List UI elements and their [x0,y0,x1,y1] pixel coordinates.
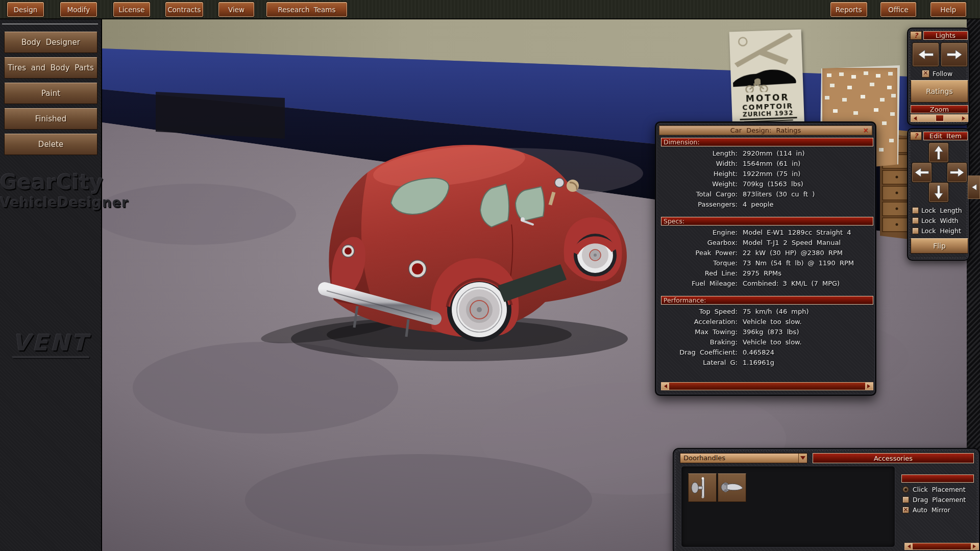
scroll-left-arrow[interactable] [662,383,669,390]
corkboard-notes [827,73,831,77]
spec-row: Weight:709kg (1563 lbs) [661,179,873,189]
menu-button-license[interactable]: License [113,2,150,17]
row-label: Top Speed: [661,308,738,315]
row-value: 2920mm (114 in) [743,149,804,157]
lights-help-button[interactable]: ? [910,31,922,40]
arrow-right-icon [948,167,966,178]
doorhandle-item-2[interactable] [718,473,746,502]
sidebar-button-paint[interactable]: Paint [4,83,97,104]
auto-mirror-checkbox[interactable] [902,507,909,513]
follow-checkbox[interactable] [922,70,929,78]
right-triangle-icon [867,384,872,388]
follow-label: Follow [933,70,952,78]
move-left-button[interactable] [912,163,932,182]
sidebar-button-finished[interactable]: Finished [4,108,97,130]
scroll-right-arrow[interactable] [866,383,873,390]
dialog-title: Car Design: Ratings [730,127,801,134]
row-value: 1922mm (75 in) [743,170,800,178]
car-silhouette [732,69,796,87]
scroll-left-arrow[interactable] [905,543,912,549]
dropdown-selected-value: Doorhandles [680,454,798,463]
lights-panel-title: Lights [923,31,968,40]
doorhandle-item-1[interactable] [688,473,717,502]
menu-button-contracts[interactable]: Contracts [165,2,203,17]
dialog-scrollbar[interactable] [661,382,873,390]
lights-panel: ? Lights Follow Ratings Zoom [907,28,970,126]
spec-row: Red Line:2975 RPMs [661,268,873,278]
zoom-in-arrow[interactable] [961,115,968,121]
left-sidebar: Body Designer Tires and Body Parts Paint… [0,19,102,551]
vent-underline [13,357,89,358]
edit-item-panel: ? Edit Item Lock Length Lock Width Lock … [907,128,970,261]
top-menu-bar: Design Modify License Contracts View Res… [0,0,980,19]
row-label: Drag Coefficient: [661,348,738,356]
zoom-out-arrow[interactable] [911,115,918,121]
zoom-slider-handle[interactable] [936,115,944,121]
vehicle-designer-logo: VehicleDesigner [0,195,102,210]
panel-collapse-tab[interactable] [968,176,980,199]
sidebar-button-body-designer[interactable]: Body Designer [4,32,97,53]
right-triangle-icon [962,116,967,120]
edit-item-help-button[interactable]: ? [910,132,922,140]
lock-width-checkbox[interactable] [912,217,919,224]
row-value: 73 Nm (54 ft lb) @ 1190 RPM [743,259,854,267]
row-label: Torque: [661,259,738,267]
chevron-down-icon[interactable] [798,454,807,463]
click-placement-radio[interactable] [902,486,909,493]
spec-row: Acceleration:Vehicle too slow. [661,316,873,327]
drag-placement-checkbox[interactable] [902,496,909,503]
category-dropdown[interactable]: Doorhandles [680,453,807,463]
placement-header-bar [901,474,974,483]
placement-options: Click Placement Drag Placement Auto Mirr… [898,466,979,540]
row-value: Model E-W1 1289cc Straight 4 [743,229,851,236]
menu-button-reports[interactable]: Reports [830,2,867,17]
row-label: Max Towing: [661,328,738,336]
spec-row: Passengers:4 people [661,199,873,209]
row-value: 75 km/h (46 mph) [743,308,809,315]
move-up-button[interactable] [929,143,948,162]
zoom-slider-track[interactable] [918,115,961,121]
flip-button[interactable]: Flip [911,238,968,254]
dimension-rows: Length:2920mm (114 in) Width:1564mm (61 … [661,148,873,209]
zoom-slider[interactable] [911,114,968,122]
accessories-header: Accessories [813,453,974,463]
move-down-button[interactable] [929,183,948,202]
arrow-left-icon [916,49,936,60]
scroll-right-arrow[interactable] [971,543,978,549]
menu-button-help[interactable]: Help [930,2,966,17]
row-value: 2975 RPMs [743,269,781,277]
light-next-button[interactable] [941,43,967,66]
close-icon[interactable]: ✕ [862,127,870,135]
spec-row: Engine:Model E-W1 1289cc Straight 4 [661,227,873,237]
sidebar-button-tires-body-parts[interactable]: Tires and Body Parts [4,57,97,79]
row-value: Vehicle too slow. [743,338,802,346]
lock-length-checkbox[interactable] [912,207,919,214]
arrow-left-icon [970,183,978,191]
t-handle-icon [689,474,716,502]
dialog-titlebar[interactable]: Car Design: Ratings ✕ [659,126,872,135]
row-label: Engine: [661,229,738,236]
arrow-right-icon [944,49,965,60]
light-previous-button[interactable] [913,43,939,66]
spec-row: Lateral G:1.16961g [661,357,873,367]
vent-text: VENT [13,330,90,356]
lock-height-checkbox[interactable] [912,228,919,234]
sidebar-highlight [2,23,98,24]
menu-button-research-teams[interactable]: Research Teams [266,2,347,17]
row-value: 709kg (1563 lbs) [743,180,803,188]
move-right-button[interactable] [947,163,967,182]
ratings-button[interactable]: Ratings [911,80,968,103]
accessories-scrollbar-track[interactable] [912,543,971,549]
row-label: Red Line: [661,269,738,277]
row-label: Length: [661,149,738,157]
menu-button-design[interactable]: Design [7,2,44,17]
dialog-scrollbar-track[interactable] [669,383,866,390]
menu-button-office[interactable]: Office [880,2,916,17]
menu-button-view[interactable]: View [218,2,254,17]
menu-button-modify[interactable]: Modify [60,2,97,17]
right-triangle-icon [973,544,978,548]
row-label: Total Cargo: [661,190,738,198]
accessories-scrollbar[interactable] [904,543,979,550]
sidebar-button-delete[interactable]: Delete [4,134,97,155]
section-header-performance: Performance: [661,296,873,305]
